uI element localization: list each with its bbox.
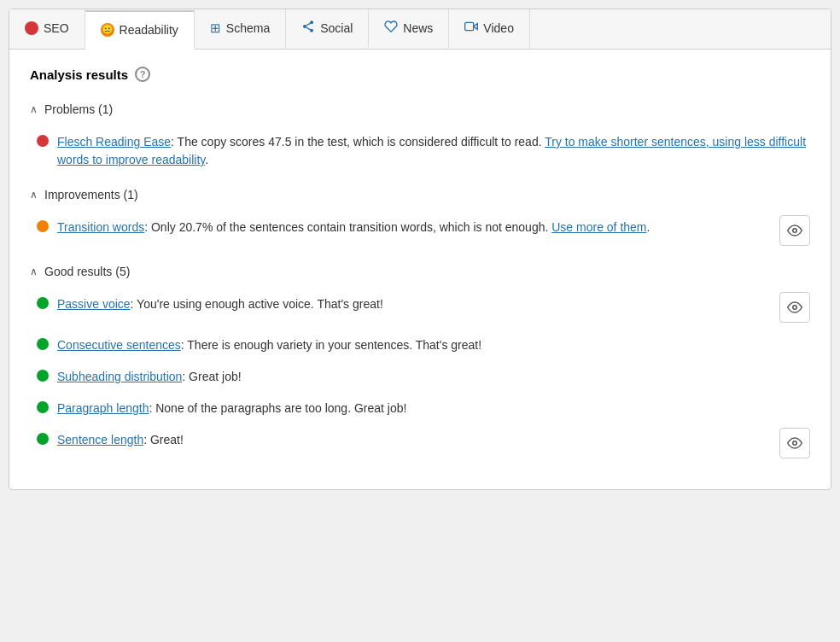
svg-rect-6 — [465, 22, 474, 30]
eye-icon — [787, 300, 802, 315]
transition-words-more-link[interactable]: Use more of them — [551, 220, 646, 234]
tab-schema-label: Schema — [226, 21, 270, 35]
status-dot-red — [37, 135, 49, 147]
analysis-header: Analysis results ? — [30, 67, 810, 82]
analysis-title: Analysis results — [30, 67, 128, 82]
subheading-distribution-text: Subheading distribution: Great job! — [57, 368, 810, 386]
passive-voice-text: Passive voice: You're using enough activ… — [57, 295, 771, 313]
section-good-items: Passive voice: You're using enough activ… — [30, 289, 810, 465]
tab-social-label: Social — [320, 21, 353, 35]
main-panel: SEO 😐 Readability ⊞ Schema Social News — [9, 9, 831, 490]
transition-words-text: Transition words: Only 20.7% of the sent… — [57, 219, 771, 236]
tab-readability[interactable]: 😐 Readability — [85, 10, 195, 50]
section-improvements-header[interactable]: ∧ Improvements (1) — [30, 183, 810, 207]
flesch-reading-ease-link[interactable]: Flesch Reading Ease — [57, 135, 171, 149]
status-dot-green — [37, 433, 49, 445]
schema-icon: ⊞ — [210, 20, 221, 36]
section-problems-header[interactable]: ∧ Problems (1) — [30, 97, 810, 121]
tab-seo-label: SEO — [44, 21, 69, 35]
chevron-problems-icon: ∧ — [30, 103, 38, 115]
consecutive-sentences-text: Consecutive sentences: There is enough v… — [57, 336, 810, 354]
svg-point-2 — [310, 29, 313, 32]
flesch-reading-ease-text: Flesch Reading Ease: The copy scores 47.… — [57, 133, 810, 169]
status-dot-green — [37, 297, 49, 309]
section-problems-label: Problems (1) — [44, 102, 113, 116]
list-item: Consecutive sentences: There is enough v… — [37, 330, 810, 361]
section-good: ∧ Good results (5) Passive voice: You're… — [30, 260, 810, 465]
news-icon — [384, 20, 398, 36]
tab-bar: SEO 😐 Readability ⊞ Schema Social News — [9, 9, 831, 50]
section-good-label: Good results (5) — [44, 265, 130, 278]
help-button[interactable]: ? — [135, 67, 150, 82]
seo-status-icon — [25, 21, 38, 35]
eye-button-passive[interactable] — [779, 292, 810, 323]
status-dot-green — [37, 338, 49, 350]
list-item: Paragraph length: None of the paragraphs… — [37, 393, 810, 424]
list-item: Transition words: Only 20.7% of the sent… — [37, 212, 810, 253]
section-problems-items: Flesch Reading Ease: The copy scores 47.… — [30, 126, 810, 176]
tab-news-label: News — [403, 21, 433, 35]
subheading-distribution-link[interactable]: Subheading distribution — [57, 370, 182, 383]
tab-social[interactable]: Social — [286, 9, 369, 49]
chevron-improvements-icon: ∧ — [30, 189, 38, 201]
transition-words-link[interactable]: Transition words — [57, 220, 144, 234]
tab-news[interactable]: News — [369, 9, 449, 49]
list-item: Passive voice: You're using enough activ… — [37, 289, 810, 330]
svg-marker-5 — [474, 24, 478, 30]
status-dot-orange — [37, 220, 49, 232]
social-icon — [301, 20, 315, 36]
svg-point-9 — [793, 441, 797, 446]
status-dot-green — [37, 370, 49, 382]
sentence-length-text: Sentence length: Great! — [57, 431, 771, 449]
status-dot-green — [37, 401, 49, 413]
eye-icon — [787, 435, 802, 451]
tab-readability-label: Readability — [120, 23, 178, 37]
tab-seo[interactable]: SEO — [9, 9, 85, 49]
chevron-good-icon: ∧ — [30, 266, 38, 277]
section-problems: ∧ Problems (1) Flesch Reading Ease: The … — [30, 97, 810, 176]
svg-point-1 — [303, 25, 306, 28]
svg-point-0 — [310, 20, 313, 24]
svg-point-7 — [793, 229, 797, 233]
eye-icon — [787, 223, 802, 238]
list-item: Sentence length: Great! — [37, 424, 810, 465]
content-area: Analysis results ? ∧ Problems (1) Flesch… — [9, 50, 831, 489]
section-improvements: ∧ Improvements (1) Transition words: Onl… — [30, 183, 810, 253]
consecutive-sentences-link[interactable]: Consecutive sentences — [57, 338, 181, 352]
eye-button-sentence[interactable] — [779, 428, 810, 458]
tab-schema[interactable]: ⊞ Schema — [195, 9, 286, 49]
video-icon — [464, 20, 478, 36]
paragraph-length-text: Paragraph length: None of the paragraphs… — [57, 400, 810, 417]
sentence-length-link[interactable]: Sentence length — [57, 433, 143, 446]
tab-video-label: Video — [483, 21, 514, 35]
paragraph-length-link[interactable]: Paragraph length — [57, 401, 149, 415]
section-improvements-label: Improvements (1) — [44, 188, 138, 201]
svg-point-8 — [793, 306, 797, 310]
passive-voice-link[interactable]: Passive voice — [57, 297, 131, 311]
eye-button-transition[interactable] — [779, 215, 810, 246]
svg-line-3 — [306, 27, 311, 30]
section-good-header[interactable]: ∧ Good results (5) — [30, 260, 810, 283]
section-improvements-items: Transition words: Only 20.7% of the sent… — [30, 212, 810, 253]
list-item: Flesch Reading Ease: The copy scores 47.… — [37, 126, 810, 176]
readability-status-icon: 😐 — [101, 23, 114, 37]
list-item: Subheading distribution: Great job! — [37, 361, 810, 393]
svg-line-4 — [306, 23, 311, 26]
tab-video[interactable]: Video — [449, 9, 530, 49]
